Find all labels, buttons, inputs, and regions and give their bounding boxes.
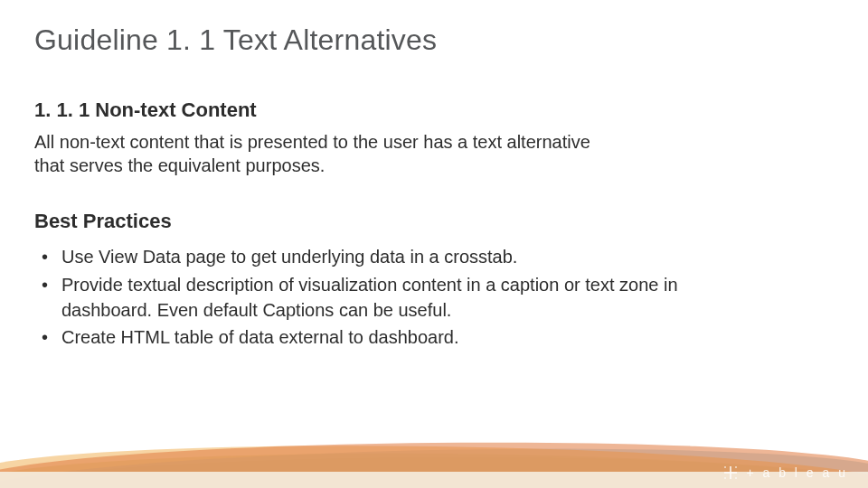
list-item: Create HTML table of data external to da… — [42, 324, 685, 350]
best-practices-heading: Best Practices — [34, 210, 834, 233]
brand-text: + a b l e a u — [746, 465, 848, 480]
slide: Guideline 1. 1 Text Alternatives 1. 1. 1… — [0, 0, 868, 488]
logo-dots — [722, 465, 739, 481]
brand-mark: + a b l e a u — [722, 465, 848, 481]
footer-waves: + a b l e a u — [0, 416, 868, 488]
tableau-logo-icon — [722, 465, 739, 481]
section-body: All non-text content that is presented t… — [34, 131, 595, 177]
content-area: Guideline 1. 1 Text Alternatives 1. 1. 1… — [34, 23, 834, 352]
page-title: Guideline 1. 1 Text Alternatives — [34, 23, 834, 57]
best-practices-list: Use View Data page to get underlying dat… — [34, 244, 685, 351]
section-heading: 1. 1. 1 Non-text Content — [34, 99, 834, 122]
list-item: Provide textual description of visualiza… — [42, 272, 685, 324]
list-item: Use View Data page to get underlying dat… — [42, 244, 685, 269]
